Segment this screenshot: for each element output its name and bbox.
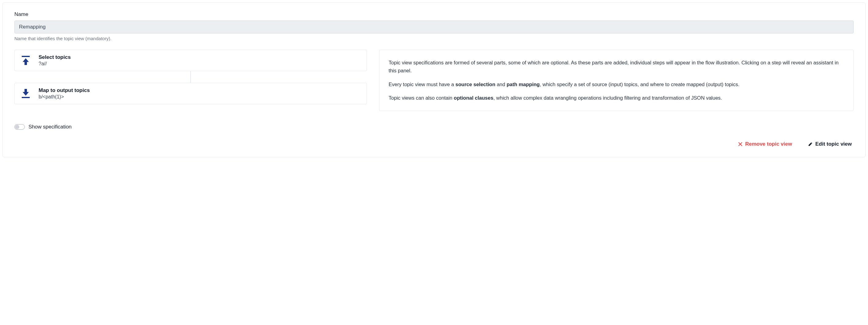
name-label: Name: [14, 11, 854, 18]
upload-arrow-icon: [22, 56, 30, 65]
toggle-knob: [15, 125, 19, 129]
flow-column: Select topics ?a// Map to output topics …: [14, 50, 367, 104]
svg-rect-1: [22, 97, 30, 98]
name-helper: Name that identifies the topic view (man…: [14, 36, 854, 41]
show-specification-toggle[interactable]: [14, 124, 25, 130]
info-paragraph-1: Topic view specifications are formed of …: [389, 59, 844, 75]
topic-view-panel: Name Name that identifies the topic view…: [2, 2, 866, 157]
remove-topic-view-button[interactable]: Remove topic view: [736, 140, 794, 148]
svg-rect-0: [22, 56, 30, 57]
info-paragraph-3: Topic views can also contain optional cl…: [389, 94, 844, 102]
remove-button-label: Remove topic view: [745, 141, 792, 147]
step-map-sub: b/<path(1)>: [39, 94, 90, 100]
action-bar: Remove topic view Edit topic view: [14, 140, 854, 148]
name-input[interactable]: [14, 21, 854, 33]
info-paragraph-2: Every topic view must have a source sele…: [389, 80, 844, 88]
close-icon: [738, 142, 743, 147]
flow-connector: [190, 71, 191, 83]
show-specification-label: Show specification: [29, 124, 72, 130]
edit-topic-view-button[interactable]: Edit topic view: [806, 140, 854, 148]
download-arrow-icon: [22, 89, 30, 98]
step-map-title: Map to output topics: [39, 87, 90, 93]
step-select-title: Select topics: [39, 54, 71, 60]
show-specification-row: Show specification: [14, 124, 854, 130]
info-panel: Topic view specifications are formed of …: [379, 50, 854, 111]
pencil-icon: [808, 142, 813, 147]
content-columns: Select topics ?a// Map to output topics …: [14, 50, 854, 111]
edit-button-label: Edit topic view: [815, 141, 852, 147]
step-map-output[interactable]: Map to output topics b/<path(1)>: [14, 83, 367, 104]
step-select-topics[interactable]: Select topics ?a//: [14, 50, 367, 71]
step-select-sub: ?a//: [39, 61, 71, 66]
info-column: Topic view specifications are formed of …: [379, 50, 854, 111]
